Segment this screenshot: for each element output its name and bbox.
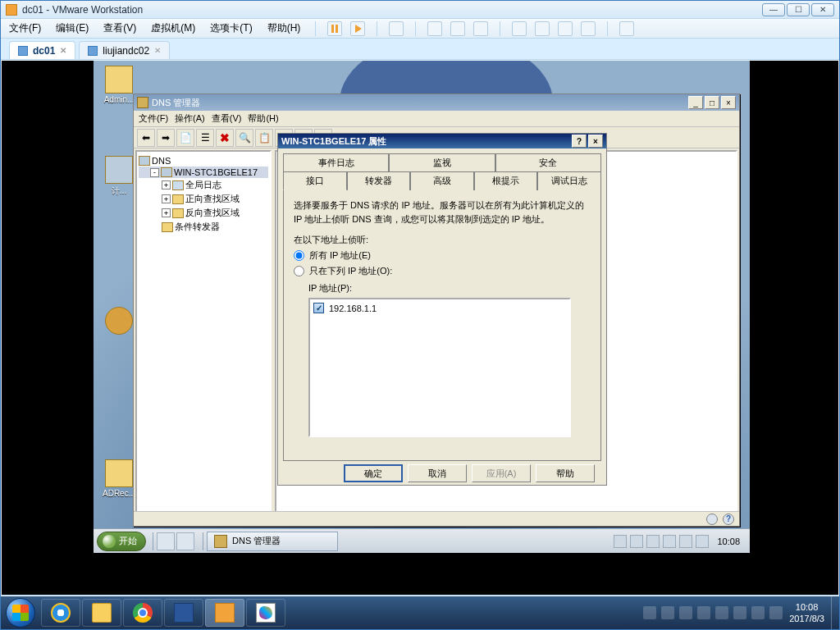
tray-icon[interactable] (646, 535, 660, 548)
network-icon[interactable] (751, 606, 765, 619)
tray-icon[interactable] (679, 606, 692, 619)
taskbar-word[interactable] (164, 599, 203, 627)
close-icon[interactable]: ✕ (60, 46, 66, 55)
close-button[interactable]: × (588, 135, 603, 148)
fullscreen-icon[interactable] (619, 21, 634, 36)
tab-security[interactable]: 安全 (495, 153, 601, 172)
cancel-button[interactable]: 取消 (408, 464, 467, 482)
vm-viewport[interactable]: Admin... 计... ADRec... DNS 管理器 _ □ × 文件(… (2, 61, 838, 595)
taskbar-explorer[interactable] (82, 599, 121, 627)
help-button[interactable]: 📋 (255, 129, 273, 147)
tab-debuglog[interactable]: 调试日志 (537, 171, 601, 190)
tray-icon[interactable] (614, 535, 627, 548)
menu-file[interactable]: 文件(F) (139, 112, 168, 125)
help-button[interactable]: 帮助 (536, 464, 595, 482)
tray-icon[interactable] (663, 535, 676, 548)
minimize-button[interactable]: _ (688, 96, 703, 109)
close-icon[interactable]: ✕ (154, 46, 161, 55)
start-button[interactable]: 开始 (97, 532, 146, 551)
menu-action[interactable]: 操作(A) (175, 112, 205, 125)
tree-node[interactable]: +全局日志 (139, 178, 268, 192)
tab-liujiandc02[interactable]: liujiandc02 ✕ (79, 41, 170, 59)
menu-help[interactable]: 帮助(H) (264, 20, 304, 37)
menu-help[interactable]: 帮助(H) (248, 112, 278, 125)
view2-icon[interactable] (535, 21, 550, 36)
tab-eventlog[interactable]: 事件日志 (283, 153, 389, 172)
expand-icon[interactable]: + (162, 194, 171, 203)
close-button[interactable]: × (721, 96, 736, 109)
taskbar-task-dns[interactable]: DNS 管理器 (207, 532, 338, 551)
flag-icon[interactable] (661, 606, 674, 619)
pause-button[interactable] (327, 21, 342, 36)
taskbar-paint[interactable] (246, 599, 285, 627)
tree-node-server[interactable]: -WIN-STC1BGELE17 (139, 167, 268, 178)
tray-up-icon[interactable] (643, 606, 656, 619)
volume-icon[interactable] (769, 606, 783, 619)
tree-node-dns[interactable]: DNS (139, 155, 268, 167)
taskbar-vmware[interactable] (205, 599, 244, 627)
dns-titlebar[interactable]: DNS 管理器 _ □ × (134, 94, 739, 111)
menu-vm[interactable]: 虚拟机(M) (148, 20, 199, 37)
taskbar-ie[interactable] (41, 599, 80, 627)
menu-file[interactable]: 文件(F) (6, 20, 44, 37)
tray-icon[interactable] (630, 535, 643, 548)
expand-icon[interactable]: + (162, 180, 171, 189)
tray-icon[interactable] (697, 606, 710, 619)
dns-tree[interactable]: DNS -WIN-STC1BGELE17 +全局日志 +正向查找区域 +反向查找… (135, 150, 272, 524)
tray-icon[interactable] (715, 606, 728, 619)
view4-icon[interactable] (581, 21, 596, 36)
taskbar-chrome[interactable] (123, 599, 162, 627)
menu-view[interactable]: 查看(V) (212, 112, 242, 125)
maximize-button[interactable]: ☐ (787, 3, 810, 16)
radio-all-ip[interactable]: 所有 IP 地址(E) (294, 249, 591, 262)
host-clock[interactable]: 10:08 2017/8/3 (786, 601, 831, 625)
tree-node[interactable]: +正向查找区域 (139, 192, 268, 206)
clock1-icon[interactable] (427, 21, 442, 36)
tree-node[interactable]: +反向查找区域 (139, 206, 268, 220)
guest-clock[interactable]: 10:08 (712, 536, 745, 546)
up-button[interactable]: 📄 (176, 129, 194, 147)
ip-list-item[interactable]: ✓ 192.168.1.1 (313, 303, 566, 313)
radio-input[interactable] (294, 266, 304, 276)
radio-input[interactable] (294, 250, 304, 261)
view3-icon[interactable] (558, 21, 573, 36)
tab-roothints[interactable]: 根提示 (474, 171, 538, 190)
menu-view[interactable]: 查看(V) (100, 20, 139, 37)
maximize-button[interactable]: □ (705, 96, 719, 109)
menu-edit[interactable]: 编辑(E) (52, 20, 92, 37)
ok-button[interactable]: 确定 (344, 464, 403, 482)
help-icon[interactable]: ? (723, 514, 734, 525)
ql-icon[interactable] (176, 532, 194, 550)
checkbox-icon[interactable]: ✓ (313, 303, 324, 313)
tab-interfaces[interactable]: 接口 (283, 171, 347, 190)
ip-address-list[interactable]: ✓ 192.168.1.1 (308, 298, 571, 437)
apply-button[interactable]: 应用(A) (472, 464, 531, 482)
clock3-icon[interactable] (473, 21, 488, 36)
minimize-button[interactable]: — (762, 3, 785, 16)
collapse-icon[interactable]: - (150, 168, 159, 177)
back-button[interactable]: ⬅ (137, 129, 155, 147)
properties-titlebar[interactable]: WIN-STC1BGELE17 属性 ? × (278, 134, 606, 148)
snapshot-icon[interactable] (389, 21, 404, 36)
menu-tabs[interactable]: 选项卡(T) (207, 20, 255, 37)
refresh-button[interactable]: 🔍 (235, 129, 253, 147)
close-button[interactable]: ✕ (811, 3, 834, 16)
show-desktop-button[interactable] (831, 596, 839, 629)
tab-forwarders[interactable]: 转发器 (347, 171, 411, 190)
tab-advanced[interactable]: 高级 (410, 171, 474, 190)
play-button[interactable] (350, 21, 365, 36)
forward-button[interactable]: ➡ (157, 129, 175, 147)
tray-icon[interactable] (696, 535, 709, 548)
tab-dc01[interactable]: dc01 ✕ (9, 41, 75, 59)
tray-icon[interactable] (679, 535, 692, 548)
delete-button[interactable]: ✖ (216, 129, 234, 147)
start-button[interactable] (6, 598, 35, 628)
props-button[interactable]: ☰ (196, 129, 214, 147)
help-button[interactable]: ? (572, 135, 587, 148)
tab-monitor[interactable]: 监视 (389, 153, 495, 172)
radio-only-ip[interactable]: 只在下列 IP 地址(O): (294, 265, 591, 277)
view1-icon[interactable] (512, 21, 527, 36)
ql-icon[interactable] (157, 532, 175, 550)
clock2-icon[interactable] (450, 21, 465, 36)
tray-icon[interactable] (733, 606, 746, 619)
